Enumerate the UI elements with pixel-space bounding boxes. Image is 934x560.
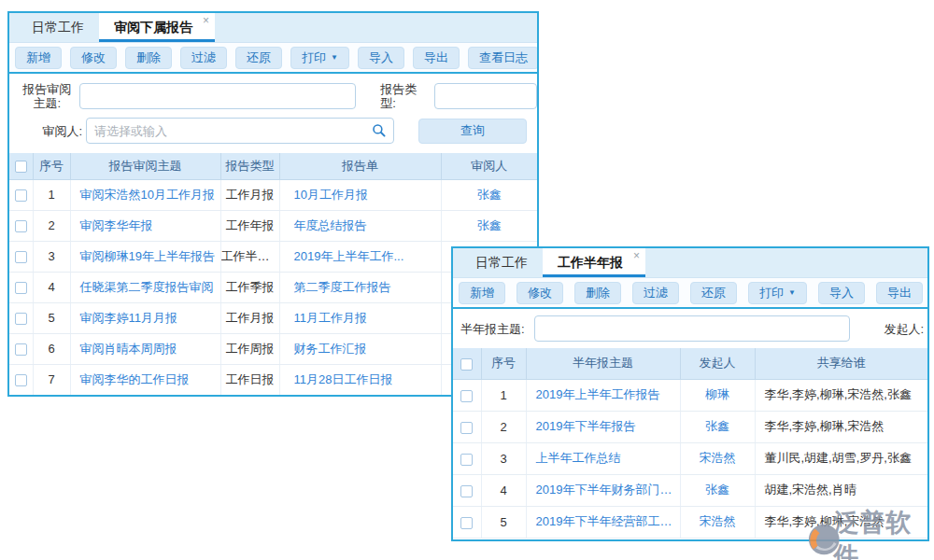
cell-subject-link[interactable]: 上半年工作总结: [526, 442, 680, 474]
semiannual-subject-input[interactable]: [534, 315, 850, 342]
cell-subject-link[interactable]: 2019年下半年经营部工作...: [526, 506, 680, 538]
cell-report-link[interactable]: 年度总结报告: [279, 210, 441, 241]
row-checkbox[interactable]: [15, 374, 27, 386]
cell-subject-link[interactable]: 审阅李华的工作日报: [70, 364, 220, 395]
view-log-button[interactable]: 查看日志: [468, 47, 539, 69]
edit-button[interactable]: 修改: [517, 282, 563, 304]
table-row: 3 上半年工作总结 宋浩然 董川民,胡建,胡雪,罗丹,张鑫: [453, 442, 927, 474]
row-checkbox[interactable]: [15, 189, 27, 202]
row-checkbox[interactable]: [460, 390, 473, 402]
cell-report-link[interactable]: 财务工作汇报: [279, 333, 441, 364]
select-all-checkbox[interactable]: [460, 358, 473, 371]
row-checkbox[interactable]: [15, 313, 27, 325]
print-button[interactable]: 打印 ▼: [290, 47, 349, 69]
cell-report-link[interactable]: 11月28日工作日报: [279, 364, 441, 395]
cell-initiator-link[interactable]: 柳琳: [680, 379, 755, 411]
cell-initiator-link[interactable]: 宋浩然: [680, 442, 755, 474]
cell-shared-with: 董川民,胡建,胡雪,罗丹,张鑫: [755, 442, 927, 474]
row-checkbox[interactable]: [460, 454, 473, 466]
cell-type: 工作月报: [220, 302, 279, 333]
row-checkbox[interactable]: [15, 343, 27, 356]
add-button[interactable]: 新增: [459, 282, 505, 304]
cell-subject-link[interactable]: 审阅李华年报: [70, 210, 220, 241]
close-icon[interactable]: ×: [633, 249, 640, 262]
cell-subject-link[interactable]: 2019年下半年财务部门工...: [526, 474, 680, 506]
chevron-down-icon: ▼: [788, 288, 796, 297]
cell-initiator-link[interactable]: 张鑫: [680, 411, 755, 442]
cell-report-link[interactable]: 11月工作月报: [279, 302, 441, 333]
cell-no: 1: [481, 379, 526, 411]
cell-no: 5: [33, 302, 70, 333]
cell-subject-link[interactable]: 审阅宋浩然10月工作月报: [70, 179, 220, 210]
query-button[interactable]: 查询: [418, 119, 527, 144]
cell-report-link[interactable]: 2019年上半年工作...: [279, 241, 441, 272]
cell-no: 2: [33, 210, 70, 241]
search-icon[interactable]: [372, 123, 387, 138]
import-button[interactable]: 导入: [818, 282, 865, 304]
tab-label: 工作半年报: [558, 255, 623, 270]
cell-no: 2: [481, 411, 526, 442]
close-icon[interactable]: ×: [203, 14, 209, 27]
export-button[interactable]: 导出: [876, 282, 923, 304]
cell-reviewer-link[interactable]: 张鑫: [441, 210, 537, 241]
import-button[interactable]: 导入: [358, 47, 404, 69]
restore-button[interactable]: 还原: [235, 47, 282, 69]
cell-initiator-link[interactable]: 张鑫: [680, 474, 755, 506]
row-checkbox[interactable]: [15, 282, 27, 294]
filter-button[interactable]: 过滤: [632, 282, 679, 304]
cell-subject-link[interactable]: 任晓渠第二季度报告审阅: [70, 272, 220, 302]
report-type-input[interactable]: [434, 83, 537, 109]
window-semiannual-reports: 日常工作 工作半年报 × 新增 修改 删除 过滤 还原 打印 ▼ 导入 导出 查…: [451, 246, 929, 541]
col-header-shared: 共享给谁: [755, 348, 927, 379]
cell-subject-link[interactable]: 审阅肖晴本周周报: [70, 333, 220, 364]
initiator-label: 发起人:: [884, 322, 924, 336]
cell-shared-with: 李华,李婷,柳琳,宋浩然: [755, 506, 927, 538]
cell-shared-with: 胡建,宋浩然,肖晴: [755, 474, 927, 506]
cell-type: 工作周报: [220, 333, 279, 364]
tab-semiannual-report[interactable]: 工作半年报 ×: [543, 248, 645, 277]
cell-report-link[interactable]: 10月工作月报: [279, 179, 441, 210]
cell-reviewer-link[interactable]: 张鑫: [441, 179, 537, 210]
cell-no: 4: [481, 474, 526, 506]
cell-type: 工作日报: [220, 364, 279, 395]
reviewer-input[interactable]: [86, 118, 394, 144]
tab-review-subordinate-reports[interactable]: 审阅下属报告 ×: [99, 13, 215, 42]
cell-shared-with: 李华,李婷,柳琳,宋浩然: [755, 411, 927, 442]
tab-daily-work[interactable]: 日常工作: [460, 248, 543, 277]
row-checkbox[interactable]: [15, 220, 27, 232]
row-checkbox[interactable]: [460, 517, 473, 529]
restore-button[interactable]: 还原: [690, 282, 737, 304]
col-header-initiator: 发起人: [680, 348, 755, 379]
cell-initiator-link[interactable]: 宋浩然: [680, 506, 755, 538]
row-checkbox[interactable]: [460, 422, 473, 434]
cell-type: 工作月报: [220, 179, 279, 210]
add-button[interactable]: 新增: [15, 47, 62, 69]
col-header-reviewer: 审阅人: [441, 153, 537, 179]
print-button[interactable]: 打印 ▼: [748, 282, 807, 304]
chevron-down-icon: ▼: [331, 53, 338, 62]
cell-no: 3: [481, 442, 526, 474]
cell-report-link[interactable]: 第二季度工作报告: [279, 272, 441, 302]
cell-subject-link[interactable]: 审阅柳琳19年上半年报告: [70, 241, 220, 272]
cell-subject-link[interactable]: 审阅李婷11月月报: [70, 302, 220, 333]
cell-subject-link[interactable]: 2019年上半年工作报告: [526, 379, 680, 411]
row-checkbox[interactable]: [460, 485, 473, 497]
delete-button[interactable]: 删除: [574, 282, 621, 304]
col-header-no: 序号: [481, 348, 526, 379]
table-row: 2 2019年下半年报告 张鑫 李华,李婷,柳琳,宋浩然: [453, 411, 927, 442]
cell-type: 工作季报: [220, 272, 279, 302]
delete-button[interactable]: 删除: [125, 47, 172, 69]
table-header-row: 序号 半年报主题 发起人 共享给谁: [453, 348, 927, 379]
col-header-subject: 半年报主题: [526, 348, 680, 379]
cell-shared-with: 李华,李婷,柳琳,宋浩然,张鑫: [755, 379, 927, 411]
report-subject-label: 报告审阅主题:: [19, 82, 76, 110]
report-subject-input[interactable]: [79, 83, 357, 109]
report-type-label: 报告类型:: [380, 82, 427, 110]
row-checkbox[interactable]: [15, 251, 27, 263]
export-button[interactable]: 导出: [413, 47, 460, 69]
select-all-checkbox[interactable]: [15, 161, 27, 173]
cell-subject-link[interactable]: 2019年下半年报告: [526, 411, 680, 442]
tab-daily-work[interactable]: 日常工作: [17, 13, 99, 42]
filter-button[interactable]: 过滤: [180, 47, 227, 69]
edit-button[interactable]: 修改: [70, 47, 117, 69]
